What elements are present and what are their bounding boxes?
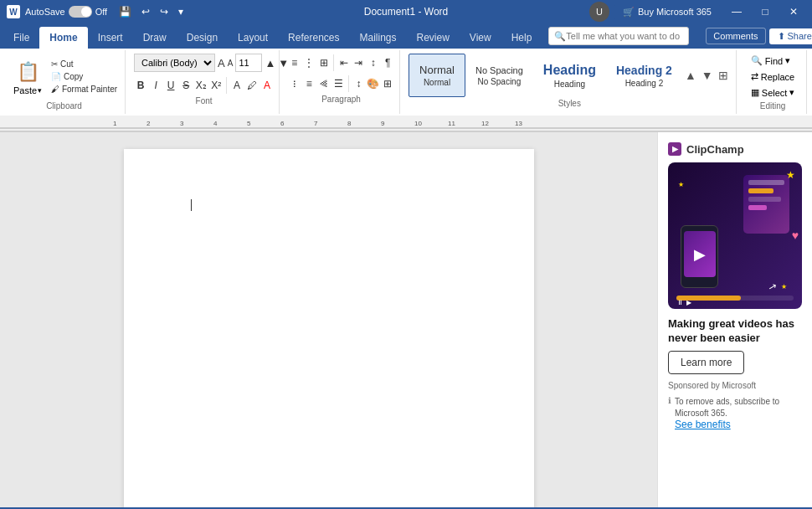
styles-expand-button[interactable]: ⊞: [716, 67, 731, 84]
style-heading1-button[interactable]: Heading Heading: [533, 54, 606, 97]
restore-button[interactable]: □: [753, 0, 777, 23]
document-canvas[interactable]: [0, 132, 657, 507]
replace-button[interactable]: ⇄ Replace: [748, 69, 799, 84]
save-button[interactable]: 💾: [116, 4, 135, 19]
clipchamp-title: ClipChamp: [686, 143, 744, 156]
clipchamp-heading: Making great videos has never been easie…: [668, 317, 802, 346]
customize-qa-button[interactable]: ▾: [175, 4, 187, 19]
numbering-button[interactable]: ⋮: [303, 54, 316, 72]
decrease-indent-button[interactable]: ⇤: [337, 54, 350, 72]
svg-text:4: 4: [213, 120, 218, 127]
strikethrough-button[interactable]: S: [179, 76, 193, 95]
cursor-icon: ↗: [767, 280, 778, 293]
styles-scroll-up-button[interactable]: ▲: [682, 67, 699, 84]
font-size-grow-button[interactable]: A: [218, 56, 225, 69]
align-center-button[interactable]: ≡: [303, 75, 316, 93]
ribbon-right-buttons: Comments ⬆ Share: [699, 23, 812, 49]
multilevel-list-button[interactable]: ⊞: [317, 54, 330, 72]
clip-bar2: [748, 188, 773, 193]
font-size-up-button[interactable]: ▲: [265, 56, 275, 69]
font-family-select[interactable]: Calibri (Body): [134, 54, 215, 72]
tab-review[interactable]: Review: [407, 27, 460, 49]
title-bar: W AutoSave Off 💾 ↩ ↪ ▾ Document1 - Word …: [0, 0, 812, 23]
underline-button[interactable]: U: [164, 76, 177, 95]
clip-background: ▶ ★ ★ ★: [668, 162, 802, 309]
style-heading2-button[interactable]: Heading 2 Heading 2: [606, 54, 682, 97]
ribbon-commands: 📋 Paste ▾ ✂ Cut 📄 Copy 🖌 Format Painter …: [0, 49, 812, 116]
font-size-shrink-button[interactable]: A: [228, 56, 234, 69]
find-button[interactable]: 🔍 Find ▾: [748, 54, 799, 68]
share-button[interactable]: ⬆ Share: [769, 28, 812, 44]
cut-button[interactable]: ✂ Cut: [49, 59, 120, 69]
style-nospace-preview: No Spacing: [475, 65, 523, 75]
select-button[interactable]: ▦ Select ▾: [748, 85, 799, 100]
learn-more-button[interactable]: Learn more: [668, 351, 744, 374]
line-spacing-button[interactable]: ↕: [352, 75, 365, 93]
ruler-svg: 1 2 3 4 5 6 7 8 9 10 11 12 13: [0, 116, 812, 131]
tab-view[interactable]: View: [460, 27, 501, 49]
undo-button[interactable]: ↩: [138, 4, 153, 19]
styles-label: Styles: [558, 99, 581, 108]
tab-design[interactable]: Design: [177, 27, 228, 49]
remove-ads-section: ℹ To remove ads, subscribe to Microsoft …: [668, 395, 802, 430]
text-effects-button[interactable]: A: [230, 76, 244, 95]
tab-draw[interactable]: Draw: [133, 27, 177, 49]
tab-mailings[interactable]: Mailings: [349, 27, 406, 49]
tab-references[interactable]: References: [278, 27, 349, 49]
align-right-button[interactable]: ⫷: [317, 75, 330, 93]
close-button[interactable]: ✕: [782, 0, 805, 23]
bullets-button[interactable]: ≡: [288, 54, 301, 72]
subscript-button[interactable]: X₂: [194, 76, 208, 95]
see-benefits-link[interactable]: See benefits: [675, 419, 731, 430]
tab-insert[interactable]: Insert: [88, 27, 133, 49]
paste-label: Paste: [13, 85, 37, 95]
tell-me-input[interactable]: [566, 31, 683, 41]
copy-button[interactable]: 📄 Copy: [49, 71, 120, 82]
italic-button[interactable]: I: [149, 76, 162, 95]
font-size-input[interactable]: [235, 54, 262, 72]
redo-button[interactable]: ↪: [157, 4, 172, 19]
bold-button[interactable]: B: [134, 76, 147, 95]
svg-text:10: 10: [414, 120, 422, 127]
show-hide-button[interactable]: ¶: [382, 54, 394, 72]
editing-group: 🔍 Find ▾ ⇄ Replace ▦ Select ▾ Editing: [740, 50, 807, 114]
increase-indent-button[interactable]: ⇥: [352, 54, 365, 72]
text-highlight-button[interactable]: 🖊: [245, 76, 259, 95]
style-nospace-button[interactable]: No Spacing No Spacing: [465, 54, 533, 97]
autosave-state: Off: [95, 7, 107, 17]
autosave-toggle[interactable]: [69, 6, 92, 18]
find-icon: 🔍: [751, 55, 763, 66]
superscript-button[interactable]: X²: [209, 76, 223, 95]
document-page[interactable]: [124, 149, 534, 507]
clipboard-content: 📋 Paste ▾ ✂ Cut 📄 Copy 🖌 Format Painter: [8, 54, 120, 100]
tab-help[interactable]: Help: [501, 27, 542, 49]
replace-icon: ⇄: [751, 71, 758, 82]
font-color-button[interactable]: A: [260, 76, 274, 95]
style-nospace-label: No Spacing: [478, 77, 522, 86]
svg-text:12: 12: [481, 120, 489, 127]
paste-button[interactable]: 📋 Paste ▾: [8, 57, 47, 97]
paste-dropdown-icon[interactable]: ▾: [38, 86, 42, 95]
minimize-button[interactable]: —: [725, 0, 748, 23]
tell-me-container[interactable]: 🔍: [548, 27, 689, 45]
buy-ms365-button[interactable]: 🛒 Buy Microsoft 365: [614, 3, 720, 21]
tab-layout[interactable]: Layout: [228, 27, 278, 49]
ribbon-tabs: File Home Insert Draw Design Layout Refe…: [0, 23, 699, 49]
autosave-area: AutoSave Off: [25, 6, 107, 18]
justify-button[interactable]: ☰: [331, 75, 344, 93]
tab-home[interactable]: Home: [39, 27, 87, 49]
style-h1-preview: Heading: [543, 63, 596, 78]
borders-button[interactable]: ⊞: [382, 75, 394, 93]
tab-file[interactable]: File: [3, 27, 39, 49]
clip-screen: [743, 175, 789, 234]
comments-button[interactable]: Comments: [706, 28, 765, 44]
style-normal-button[interactable]: Normal Normal: [409, 54, 465, 97]
format-painter-button[interactable]: 🖌 Format Painter: [49, 84, 120, 95]
separator2: [333, 54, 334, 71]
user-avatar[interactable]: U: [589, 2, 609, 22]
sort-button[interactable]: ↕: [367, 54, 379, 72]
shading-button[interactable]: 🎨: [367, 75, 379, 93]
align-left-button[interactable]: ⫶: [288, 75, 301, 93]
styles-scroll-down-button[interactable]: ▼: [699, 67, 716, 84]
autosave-knob: [81, 7, 91, 17]
